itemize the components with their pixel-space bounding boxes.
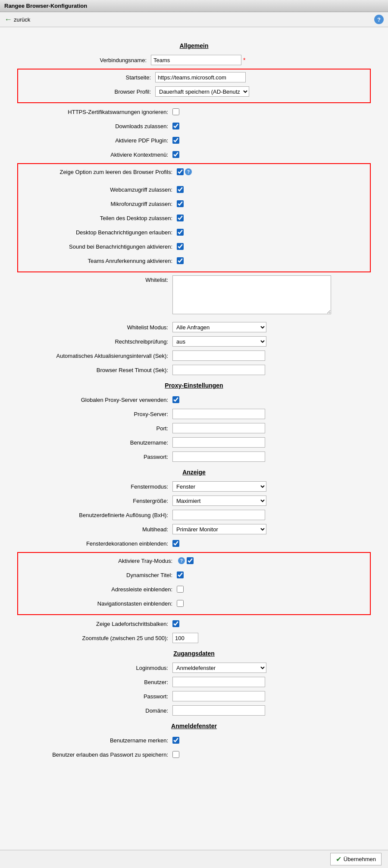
zeige-option-row: Zeige Option zum leeren des Browser Prof… [22, 166, 366, 177]
mikrofon-row: Mikrofonzugriff zulassen: [22, 198, 366, 209]
startseite-label: Startseite: [22, 74, 155, 81]
tray-info-icon: ? [178, 557, 185, 564]
fenstermodus-label: Fenstermodus: [17, 483, 172, 490]
ladefortschritt-checkbox[interactable] [172, 620, 179, 627]
fensterdeko-checkbox[interactable] [172, 540, 179, 547]
passwort-label: Passwort: [17, 454, 172, 460]
aufloesung-label: Benutzerdefinierte Auflösung (BxH): [17, 512, 172, 518]
desktop-benach-checkbox[interactable] [177, 229, 184, 236]
verbindungsname-label: Verbindungsname: [17, 57, 151, 63]
benutzer-label: Benutzer: [17, 679, 172, 685]
aufloesung-input[interactable] [172, 510, 265, 520]
zeige-option-label: Zeige Option zum leeren des Browser Prof… [22, 169, 177, 175]
mikrofon-label: Mikrofonzugriff zulassen: [22, 201, 177, 207]
toolbar: ← zurück ? [0, 12, 388, 27]
multihead-row: Multihead: Primärer Monitor [17, 524, 371, 535]
domaene-row: Domäne: [17, 705, 371, 716]
verbindungsname-row: Verbindungsname: * [17, 54, 371, 66]
webcam-row: Webcamzugriff zulassen: [22, 184, 366, 195]
fenstergroesse-select[interactable]: Maximiert [172, 496, 266, 506]
passwort-speichern-checkbox[interactable] [172, 751, 179, 758]
bottom-bar: ✔ Übernehmen [0, 850, 388, 868]
benutzer-input[interactable] [172, 677, 265, 687]
reset-row: Browser Reset Timout (Sek): [17, 364, 371, 376]
multihead-select[interactable]: Primärer Monitor [172, 524, 266, 534]
port-label: Port: [17, 425, 172, 432]
passwort2-input[interactable] [172, 691, 265, 701]
dynamischer-label: Dynamischer Titel: [22, 572, 177, 578]
aktualisierung-row: Automatisches Aktualisierungsintervall (… [17, 350, 371, 361]
section-proxy: Proxy-Einstellungen [17, 382, 371, 389]
pdf-row: Aktiviere PDF Plugin: [17, 135, 371, 146]
domaene-input[interactable] [172, 705, 265, 716]
desktop-benach-label: Desktop Benachrichtigungen erlauben: [22, 229, 177, 236]
proxy-server-label: Proxy-Server: [17, 411, 172, 417]
apply-button[interactable]: ✔ Übernehmen [330, 853, 382, 865]
dynamischer-checkbox[interactable] [177, 571, 184, 578]
apply-label: Übernehmen [344, 856, 376, 862]
zeige-option-checkbox[interactable] [177, 168, 184, 175]
teams-anruf-label: Teams Anruferkennung aktivieren: [22, 258, 177, 264]
reset-input[interactable] [172, 365, 265, 375]
fenstermodus-row: Fenstermodus: Fenster [17, 481, 371, 492]
https-checkbox[interactable] [172, 108, 179, 115]
zoomstufe-input[interactable] [172, 633, 198, 643]
sound-row: Sound bei Benachrichtigungen aktivieren: [22, 241, 366, 252]
pdf-checkbox[interactable] [172, 137, 179, 144]
fensterdeko-row: Fensterdekorationen einblenden: [17, 538, 371, 549]
section-anzeige: Anzeige [17, 469, 371, 476]
tray-label: Aktiviere Tray-Modus: [22, 558, 177, 564]
mikrofon-checkbox[interactable] [177, 200, 184, 207]
kontextmenu-checkbox[interactable] [172, 151, 179, 158]
https-label: HTTPS-Zertifikatswarnungen ignorieren: [17, 109, 172, 115]
help-icon[interactable]: ? [374, 15, 384, 24]
sound-checkbox[interactable] [177, 243, 184, 250]
passwort-input[interactable] [172, 451, 265, 462]
section-anmeldefenster: Anmeldefenster [17, 723, 371, 729]
fenstermodus-select[interactable]: Fenster [172, 481, 266, 492]
benutzername-input[interactable] [172, 437, 265, 448]
port-input[interactable] [172, 423, 265, 433]
teams-anruf-checkbox[interactable] [177, 257, 184, 264]
downloads-checkbox[interactable] [172, 123, 179, 129]
rechtschreibung-label: Rechtschreibprüfung: [17, 338, 172, 345]
navigation-checkbox[interactable] [177, 600, 184, 607]
navigation-row: Navigationstasten einblenden: [22, 598, 366, 609]
proxy-server-input[interactable] [172, 409, 265, 419]
tray-checkbox[interactable] [187, 557, 194, 564]
whitelist-modus-select[interactable]: Alle Anfragen [172, 322, 266, 332]
browser-profil-row: Browser Profil: Dauerhaft speichern (AD-… [22, 86, 366, 97]
browser-profil-select[interactable]: Dauerhaft speichern (AD-Benutzer) [155, 86, 249, 97]
navigation-label: Navigationstasten einblenden: [22, 600, 177, 607]
passwort-speichern-row: Benutzer erlauben das Passwort zu speich… [17, 749, 371, 760]
rechtschreibung-select[interactable]: aus [172, 336, 266, 347]
downloads-label: Downloads zulassen: [17, 123, 172, 129]
passwort2-label: Passwort: [17, 693, 172, 700]
startseite-input[interactable] [155, 72, 246, 82]
fensterdeko-label: Fensterdekorationen einblenden: [17, 540, 172, 547]
back-button[interactable]: ← zurück [4, 15, 30, 24]
adressleiste-row: Adressleiste einblenden: [22, 584, 366, 595]
fenstergroesse-row: Fenstergröße: Maximiert [17, 495, 371, 506]
window-title: Rangee Browser-Konfiguration [4, 3, 87, 9]
loginmodus-select[interactable]: Anmeldefenster [172, 663, 266, 673]
aktualisierung-label: Automatisches Aktualisierungsintervall (… [17, 353, 172, 359]
benutzername-merken-checkbox[interactable] [172, 737, 179, 744]
ladefortschritt-label: Zeige Ladefortschrittsbalken: [17, 621, 172, 627]
webcam-checkbox[interactable] [177, 186, 184, 193]
verbindungsname-input[interactable] [151, 55, 241, 65]
adressleiste-checkbox[interactable] [177, 586, 184, 593]
desktop-teilen-checkbox[interactable] [177, 215, 184, 221]
proxy-server-row: Proxy-Server: [17, 408, 371, 420]
title-bar: Rangee Browser-Konfiguration [0, 0, 388, 12]
zoomstufe-label: Zoomstufe (zwischen 25 und 500): [17, 635, 172, 641]
aufloesung-row: Benutzerdefinierte Auflösung (BxH): [17, 509, 371, 521]
whitelist-modus-row: Whitelist Modus: Alle Anfragen [17, 322, 371, 333]
zoomstufe-row: Zoomstufe (zwischen 25 und 500): [17, 632, 371, 644]
aktualisierung-input[interactable] [172, 350, 265, 361]
benutzername-merken-row: Benutzername merken: [17, 735, 371, 746]
tray-row: Aktiviere Tray-Modus: ? [22, 555, 366, 566]
whitelist-textarea[interactable] [172, 275, 331, 314]
proxy-global-checkbox[interactable] [172, 396, 179, 403]
desktop-teilen-row: Teilen des Desktop zulassen: [22, 212, 366, 224]
